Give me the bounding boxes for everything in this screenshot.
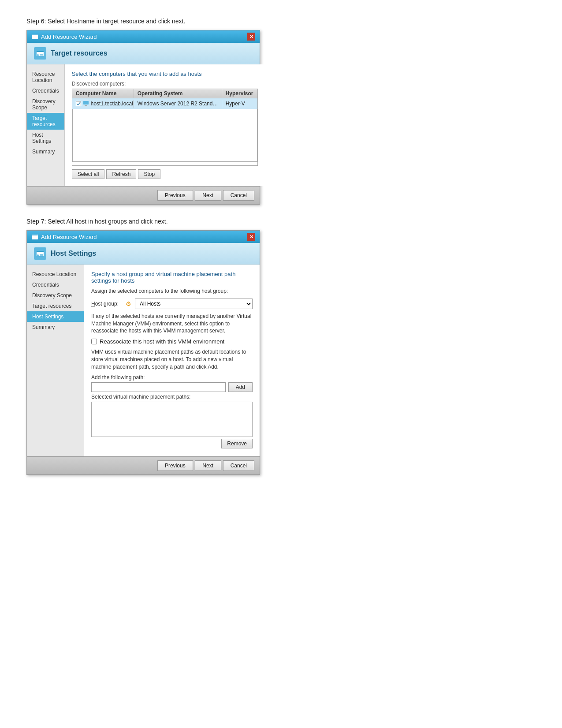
refresh-button[interactable]: Refresh <box>106 169 136 179</box>
wizard2-header: Host Settings <box>27 243 260 265</box>
nav2-item-summary[interactable]: Summary <box>27 322 84 332</box>
wizard1-content: Select the computers that you want to ad… <box>65 64 265 186</box>
td-os: Windows Server 2012 R2 Standard Eval... <box>134 100 222 108</box>
stop-button[interactable]: Stop <box>138 169 160 179</box>
wizard2-title-icon <box>31 233 38 240</box>
wizard2-nav: Resource Location Credentials Discovery … <box>27 265 84 456</box>
svg-rect-10 <box>84 106 88 106</box>
wizard1-footer: Previous Next Cancel <box>27 186 260 204</box>
nav-item-discovery-scope[interactable]: Discovery Scope <box>27 96 64 113</box>
svg-rect-14 <box>37 251 44 252</box>
select-all-button[interactable]: Select all <box>72 169 105 179</box>
svg-rect-12 <box>32 234 38 235</box>
wizard1-header: Target resources <box>27 43 260 64</box>
wizard1-next-button[interactable]: Next <box>195 190 221 201</box>
wizard-title-icon <box>31 33 38 40</box>
wizard2-info-text2: VMM uses virtual machine placement paths… <box>91 348 253 370</box>
td-computer-name: host1.tectlab.local <box>72 100 134 108</box>
wizard2-body: Resource Location Credentials Discovery … <box>27 265 260 456</box>
wizard1-content-title: Select the computers that you want to ad… <box>72 71 258 77</box>
nav2-item-discovery-scope[interactable]: Discovery Scope <box>27 290 84 301</box>
wizard2-header-icon <box>34 247 46 260</box>
titlebar2-left: Add Resource Wizard <box>31 233 97 240</box>
wizard1-table-header: Computer Name Operating System Hyperviso… <box>72 89 257 98</box>
reassociate-label: Reassociate this host with this VMM envi… <box>100 338 224 345</box>
wizard2-content: Specify a host group and virtual machine… <box>84 265 260 456</box>
nav-item-target-resources[interactable]: Target resources <box>27 113 64 130</box>
svg-rect-9 <box>85 105 87 106</box>
wizard1-btn-row: Select all Refresh Stop <box>72 169 258 179</box>
remove-btn-row: Remove <box>91 439 253 448</box>
host-group-row: Host group: ⚙ All Hosts <box>91 299 253 309</box>
wizard1-header-icon <box>34 47 46 60</box>
wizard2-close-button[interactable]: ✕ <box>247 233 255 241</box>
computer-icon <box>83 101 89 107</box>
wizard2-info-text1: If any of the selected hosts are current… <box>91 313 253 335</box>
wizard1-previous-button[interactable]: Previous <box>157 190 193 201</box>
nav2-item-credentials[interactable]: Credentials <box>27 280 84 290</box>
wizard2-titlebar: Add Resource Wizard ✕ <box>27 231 260 243</box>
reassociate-checkbox[interactable] <box>91 339 97 344</box>
checkbox-icon <box>76 101 81 107</box>
wizard2-header-title: Host Settings <box>51 250 96 258</box>
nav2-item-resource-location[interactable]: Resource Location <box>27 269 84 280</box>
wizard2-footer: Previous Next Cancel <box>27 456 260 474</box>
td-hypervisor: Hyper-V <box>222 100 257 108</box>
table-row[interactable]: host1.tectlab.local Windows Server 2012 … <box>72 98 257 109</box>
wizard1-nav: Resource Location Credentials Discovery … <box>27 64 65 186</box>
wizard1-cancel-button[interactable]: Cancel <box>223 190 254 201</box>
path-input-row: Add <box>91 382 253 392</box>
nav-item-summary[interactable]: Summary <box>27 146 64 157</box>
remove-button[interactable]: Remove <box>221 439 253 448</box>
step7-label: Step 7: Select All host in host groups a… <box>26 218 536 225</box>
wizard1-window: Add Resource Wizard ✕ Target resources R… <box>26 30 260 205</box>
step6-label: Step 6: Select Hostname in target resour… <box>26 18 536 25</box>
wizard1-close-button[interactable]: ✕ <box>247 33 255 41</box>
svg-rect-8 <box>83 101 89 105</box>
host-group-icon: ⚙ <box>126 300 131 307</box>
nav2-item-host-settings[interactable]: Host Settings <box>27 311 84 322</box>
wizard1-table: Computer Name Operating System Hyperviso… <box>72 89 258 166</box>
nav-item-host-settings[interactable]: Host Settings <box>27 130 64 146</box>
wizard2-window: Add Resource Wizard ✕ Host Settings Reso… <box>26 230 260 475</box>
col-os: Operating System <box>134 89 222 98</box>
add-path-button[interactable]: Add <box>228 382 253 392</box>
svg-rect-3 <box>37 51 44 52</box>
wizard2-title: Add Resource Wizard <box>41 234 97 240</box>
placement-table <box>91 402 253 437</box>
td-hostname: host1.tectlab.local <box>91 101 133 107</box>
col-computer-name: Computer Name <box>72 89 134 98</box>
wizard2-assign-label: Assign the selected computers to the fol… <box>91 287 253 295</box>
svg-point-4 <box>37 54 39 56</box>
reassociate-row: Reassociate this host with this VMM envi… <box>91 338 253 345</box>
empty-table-area <box>72 109 257 162</box>
host-group-select[interactable]: All Hosts <box>135 299 253 309</box>
wizard1-header-title: Target resources <box>51 49 108 57</box>
titlebar-left: Add Resource Wizard <box>31 33 97 40</box>
wizard2-cancel-button[interactable]: Cancel <box>223 460 254 471</box>
add-path-label: Add the following path: <box>91 374 253 381</box>
wizard2-next-button[interactable]: Next <box>195 460 221 471</box>
wizard1-title: Add Resource Wizard <box>41 34 97 40</box>
wizard1-discovered-label: Discovered computers: <box>72 81 258 87</box>
nav-item-credentials[interactable]: Credentials <box>27 86 64 96</box>
col-hypervisor: Hypervisor <box>222 89 257 98</box>
wizard2-content-title: Specify a host group and virtual machine… <box>91 271 253 284</box>
svg-point-15 <box>37 254 39 256</box>
wizard1-titlebar: Add Resource Wizard ✕ <box>27 30 260 43</box>
wizard1-body: Resource Location Credentials Discovery … <box>27 64 260 186</box>
host-group-label: Host group: <box>91 301 122 307</box>
path-input[interactable] <box>91 382 226 392</box>
placement-label: Selected virtual machine placement paths… <box>91 394 253 400</box>
nav2-item-target-resources[interactable]: Target resources <box>27 301 84 311</box>
nav-item-resource-location[interactable]: Resource Location <box>27 69 64 86</box>
wizard2-previous-button[interactable]: Previous <box>157 460 193 471</box>
svg-rect-1 <box>32 34 38 35</box>
